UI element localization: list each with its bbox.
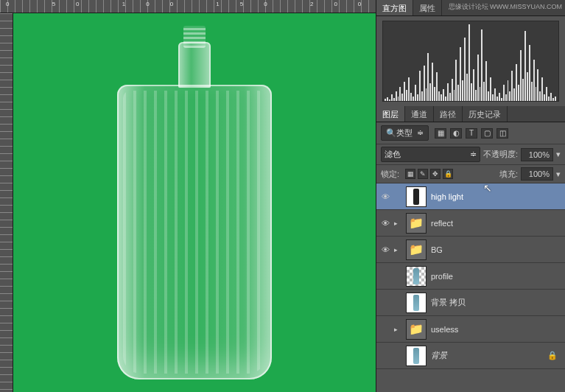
filter-label: 类型 — [396, 127, 413, 139]
layer-name[interactable]: reflect — [431, 219, 561, 228]
chevron-down-icon[interactable]: ▾ — [556, 169, 561, 179]
tab-paths[interactable]: 路径 — [434, 106, 463, 122]
fill-input[interactable]: 100% — [521, 167, 553, 181]
tab-channels[interactable]: 通道 — [405, 106, 434, 122]
visibility-toggle[interactable]: 👁 — [381, 192, 390, 201]
opacity-label: 不透明度: — [483, 149, 518, 160]
lock-icon: 🔒 — [547, 351, 558, 360]
filter-smart-icon[interactable]: ◫ — [496, 128, 508, 139]
layer-row[interactable]: ▸📁useless — [376, 316, 565, 343]
layer-row[interactable]: profile — [376, 263, 565, 290]
bottle-artwork — [117, 26, 272, 379]
tab-history[interactable]: 历史记录 — [463, 106, 508, 122]
lock-paint-icon[interactable]: ✎ — [418, 169, 428, 179]
visibility-toggle[interactable] — [381, 351, 390, 360]
layer-thumbnail[interactable]: 📁 — [406, 319, 427, 340]
disclosure-icon[interactable]: ▸ — [394, 326, 401, 333]
layer-thumbnail[interactable] — [406, 293, 427, 313]
layer-name[interactable]: BG — [431, 245, 561, 254]
filter-type-icon[interactable]: T — [466, 128, 477, 139]
layer-filter-type[interactable]: 🔍 类型 ≑ — [381, 125, 429, 141]
layer-name[interactable]: profile — [431, 272, 561, 281]
ruler-vertical[interactable] — [0, 13, 13, 392]
layer-thumbnail[interactable]: 📁 — [406, 239, 427, 260]
blend-mode-dropdown[interactable]: 滤色≑ — [381, 147, 480, 162]
lock-all-icon[interactable]: 🔒 — [443, 169, 453, 179]
tab-layers[interactable]: 图层 — [376, 106, 405, 122]
lock-label: 锁定: — [381, 169, 399, 180]
blend-mode-value: 滤色 — [385, 149, 401, 160]
chevron-down-icon[interactable]: ▾ — [556, 150, 561, 159]
layer-list: 👁high light👁▸📁reflect👁▸📁BGprofile背景 拷贝▸📁… — [376, 183, 565, 392]
visibility-toggle[interactable]: 👁 — [381, 219, 390, 228]
panels-sidebar: 思缘设计论坛 WWW.MISSYUAN.COM 直方图 属性 图层 通道 路径 … — [376, 0, 565, 392]
disclosure-icon[interactable]: ▸ — [394, 246, 401, 253]
layer-name[interactable]: 背景 拷贝 — [431, 297, 561, 308]
histogram-graph — [382, 21, 559, 102]
opacity-input[interactable]: 100% — [521, 148, 553, 161]
tab-histogram[interactable]: 直方图 — [376, 0, 413, 15]
layer-row[interactable]: 背景 拷贝 — [376, 290, 565, 316]
visibility-toggle[interactable]: 👁 — [381, 245, 390, 254]
layer-name[interactable]: high light — [431, 192, 561, 201]
visibility-toggle[interactable] — [381, 272, 390, 281]
layer-name[interactable]: 背景 — [431, 350, 543, 361]
fill-label: 填充: — [499, 169, 518, 180]
filter-shape-icon[interactable]: ▢ — [481, 128, 493, 139]
layer-thumbnail[interactable] — [406, 346, 427, 366]
canvas-area: 0 50 100 150 200 250 300 350 — [0, 0, 376, 392]
layer-row[interactable]: 👁▸📁reflect — [376, 210, 565, 237]
layer-thumbnail[interactable]: 📁 — [406, 213, 427, 234]
filter-pixel-icon[interactable]: ▦ — [435, 128, 446, 139]
layer-row[interactable]: 👁high light — [376, 183, 565, 210]
layer-row[interactable]: 背景🔒 — [376, 343, 565, 369]
layers-header: 🔍 类型 ≑ ▦ ◐ T ▢ ◫ 滤色≑ 不透明度: 100% ▾ 锁定: ▦ … — [376, 122, 565, 183]
visibility-toggle[interactable] — [381, 325, 390, 334]
canvas[interactable] — [13, 13, 376, 392]
layer-thumbnail[interactable] — [406, 186, 427, 207]
layer-name[interactable]: useless — [431, 325, 561, 334]
visibility-toggle[interactable] — [381, 298, 390, 307]
layers-panel-tabs: 图层 通道 路径 历史记录 — [376, 106, 565, 122]
disclosure-icon[interactable]: ▸ — [394, 220, 401, 227]
filter-adjust-icon[interactable]: ◐ — [450, 128, 462, 139]
ruler-horizontal[interactable]: 0 50 100 150 200 250 300 350 — [0, 0, 376, 13]
lock-move-icon[interactable]: ✥ — [430, 169, 441, 179]
layer-row[interactable]: 👁▸📁BG — [376, 237, 565, 263]
lock-transparent-icon[interactable]: ▦ — [405, 169, 415, 179]
tab-properties[interactable]: 属性 — [413, 0, 442, 15]
watermark-text: 思缘设计论坛 WWW.MISSYUAN.COM — [449, 2, 563, 12]
layer-thumbnail[interactable] — [406, 266, 427, 287]
